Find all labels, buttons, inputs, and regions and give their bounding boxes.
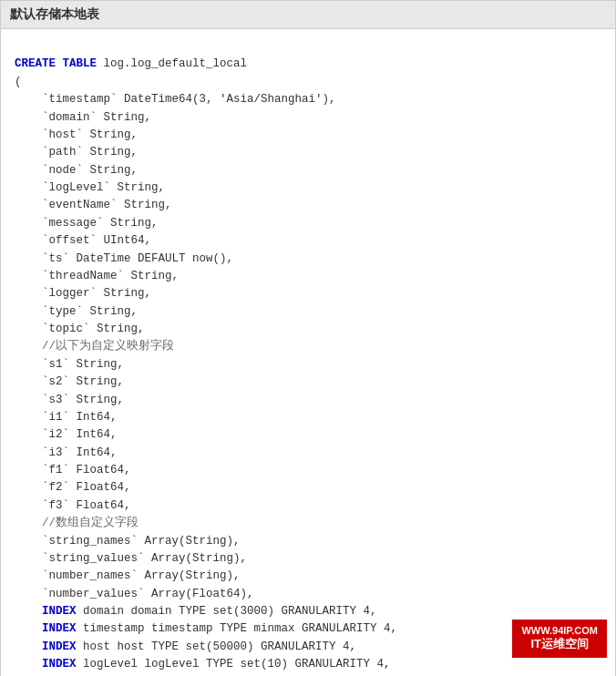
main-container: 默认存储本地表 CREATE TABLE log.log_default_loc… [0,0,616,676]
title-bar: 默认存储本地表 [1,1,615,29]
watermark-site: WWW.94IP.COM [521,625,598,636]
page-title: 默认存储本地表 [10,6,99,21]
watermark: WWW.94IP.COM IT运维空间 [512,620,607,658]
code-block: CREATE TABLE log.log_default_local ( `ti… [1,29,615,676]
watermark-label: IT运维空间 [521,636,598,652]
